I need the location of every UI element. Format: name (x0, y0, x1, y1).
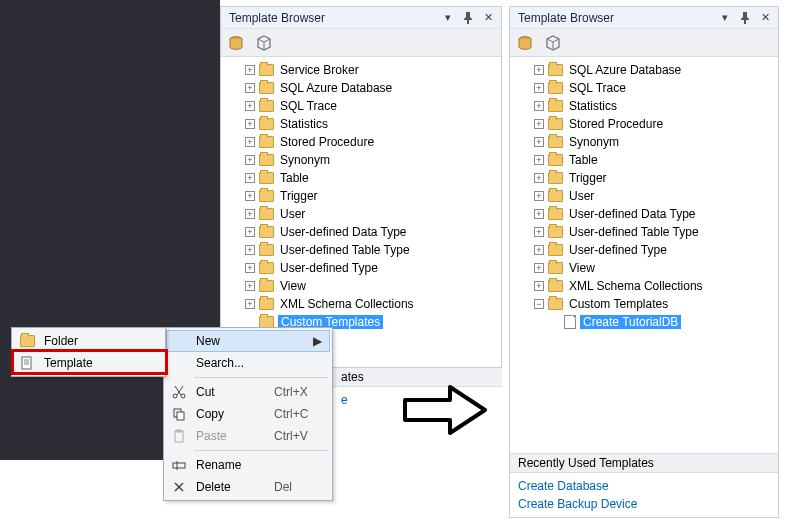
expand-icon[interactable] (534, 101, 544, 111)
expand-icon[interactable] (245, 263, 255, 273)
tree-node[interactable]: SQL Trace (221, 97, 501, 115)
tree-node[interactable]: View (221, 277, 501, 295)
tree-node[interactable]: Service Broker (221, 61, 501, 79)
tree-node[interactable]: SQL Trace (510, 79, 778, 97)
cube-icon[interactable] (542, 32, 564, 54)
expand-icon[interactable] (245, 227, 255, 237)
submenu-folder[interactable]: Folder (14, 330, 163, 352)
folder-icon (548, 298, 563, 310)
db-templates-icon[interactable] (514, 32, 536, 54)
tree-node-label: Trigger (278, 189, 320, 203)
tree-node[interactable]: Statistics (510, 97, 778, 115)
tree-node[interactable]: User-defined Table Type (510, 223, 778, 241)
expand-icon[interactable] (245, 245, 255, 255)
expand-icon[interactable] (534, 209, 544, 219)
recent-template-link[interactable]: Create Backup Device (518, 495, 770, 513)
tree-node[interactable]: SQL Azure Database (221, 79, 501, 97)
expand-icon[interactable] (534, 173, 544, 183)
expand-icon[interactable] (534, 245, 544, 255)
cut-icon (166, 385, 192, 399)
tree-node[interactable]: User-defined Table Type (221, 241, 501, 259)
expand-icon[interactable] (534, 65, 544, 75)
tree-node[interactable]: User (510, 187, 778, 205)
tree-node[interactable]: User (221, 205, 501, 223)
menu-separator (194, 450, 328, 451)
expand-icon[interactable] (245, 281, 255, 291)
expand-icon[interactable] (534, 227, 544, 237)
tree-node-label: Stored Procedure (278, 135, 376, 149)
close-icon[interactable]: ✕ (756, 9, 774, 27)
tree-node[interactable]: XML Schema Collections (221, 295, 501, 313)
template-tree[interactable]: SQL Azure DatabaseSQL TraceStatisticsSto… (510, 57, 778, 453)
tree-node[interactable]: XML Schema Collections (510, 277, 778, 295)
tree-node-label: Statistics (567, 99, 619, 113)
folder-icon (259, 100, 274, 112)
expand-icon[interactable] (245, 83, 255, 93)
cube-icon[interactable] (253, 32, 275, 54)
tree-node[interactable]: User-defined Type (510, 241, 778, 259)
panel-titlebar: Template Browser ▾ ✕ (221, 7, 501, 29)
folder-icon (259, 190, 274, 202)
tree-node[interactable]: Synonym (221, 151, 501, 169)
db-templates-icon[interactable] (225, 32, 247, 54)
svg-point-3 (181, 394, 185, 398)
dropdown-icon[interactable]: ▾ (716, 9, 734, 27)
expand-icon[interactable] (534, 281, 544, 291)
paste-icon (166, 429, 192, 443)
expand-icon[interactable] (245, 155, 255, 165)
expand-icon[interactable] (245, 191, 255, 201)
tree-node-label: Table (278, 171, 311, 185)
tree-node[interactable]: User-defined Data Type (221, 223, 501, 241)
folder-icon (548, 280, 563, 292)
tree-node[interactable]: Trigger (510, 169, 778, 187)
expand-icon[interactable] (534, 137, 544, 147)
expand-icon[interactable] (245, 101, 255, 111)
recent-header: Recently Used Templates (510, 453, 778, 473)
no-expander (550, 317, 560, 327)
expand-icon[interactable] (245, 299, 255, 309)
menu-search[interactable]: Search... (166, 352, 330, 374)
expand-icon[interactable] (534, 263, 544, 273)
tree-node[interactable]: User-defined Type (221, 259, 501, 277)
expand-icon[interactable] (245, 119, 255, 129)
pin-icon[interactable] (736, 9, 754, 27)
expand-icon[interactable] (534, 119, 544, 129)
tree-node[interactable]: Trigger (221, 187, 501, 205)
expand-icon[interactable] (245, 173, 255, 183)
tree-node[interactable]: View (510, 259, 778, 277)
tree-node[interactable]: Custom Templates (510, 295, 778, 313)
tree-node[interactable]: User-defined Data Type (510, 205, 778, 223)
submenu-template[interactable]: Template (14, 352, 163, 374)
tree-node[interactable]: SQL Azure Database (510, 61, 778, 79)
folder-icon (259, 136, 274, 148)
menu-new[interactable]: New ▶ (166, 330, 330, 352)
menu-delete[interactable]: Delete Del (166, 476, 330, 498)
expand-icon[interactable] (534, 191, 544, 201)
expand-icon[interactable] (245, 209, 255, 219)
pin-icon[interactable] (459, 9, 477, 27)
dropdown-icon[interactable]: ▾ (439, 9, 457, 27)
tree-node[interactable]: Statistics (221, 115, 501, 133)
menu-rename[interactable]: Rename (166, 454, 330, 476)
recent-template-link[interactable]: Create Database (518, 477, 770, 495)
tree-node[interactable]: Table (510, 151, 778, 169)
tree-node-label: User-defined Type (278, 261, 380, 275)
expand-icon[interactable] (534, 83, 544, 93)
tree-node[interactable]: Synonym (510, 133, 778, 151)
tree-node[interactable]: Stored Procedure (510, 115, 778, 133)
menu-cut[interactable]: Cut Ctrl+X (166, 381, 330, 403)
folder-icon (259, 262, 274, 274)
folder-icon (548, 118, 563, 130)
menu-copy[interactable]: Copy Ctrl+C (166, 403, 330, 425)
tree-node[interactable]: Create TutorialDB (510, 313, 778, 331)
expand-icon[interactable] (245, 137, 255, 147)
collapse-icon[interactable] (534, 299, 544, 309)
tree-node[interactable]: Stored Procedure (221, 133, 501, 151)
tree-node-label: User-defined Table Type (278, 243, 412, 257)
tree-node-label: SQL Azure Database (567, 63, 683, 77)
close-icon[interactable]: ✕ (479, 9, 497, 27)
expand-icon[interactable] (245, 65, 255, 75)
tree-node[interactable]: Table (221, 169, 501, 187)
copy-icon (166, 407, 192, 421)
expand-icon[interactable] (534, 155, 544, 165)
